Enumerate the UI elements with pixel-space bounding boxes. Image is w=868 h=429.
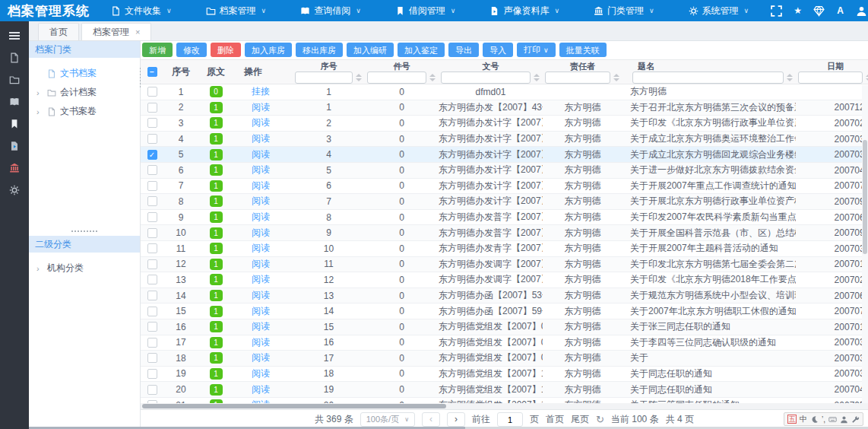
horizontal-scrollbar[interactable] xyxy=(141,403,868,409)
menu-item-category-manage[interactable]: 门类管理∨ xyxy=(581,5,676,17)
table-row[interactable]: 191阅读180东方明德党组发【2007】10号东方明德关于同志任职的通知200… xyxy=(141,367,868,383)
row-checkbox[interactable] xyxy=(147,322,157,332)
ime-logo-icon[interactable]: 五 xyxy=(787,415,797,424)
row-checkbox[interactable] xyxy=(147,291,157,300)
row-checkbox[interactable] xyxy=(147,87,157,97)
operation-link[interactable]: 阅读 xyxy=(252,259,270,269)
original-count-badge[interactable]: 1 xyxy=(210,243,223,254)
chevron-right-icon[interactable]: › xyxy=(36,88,43,97)
menu-item-file-collection[interactable]: 文件收集∨ xyxy=(99,5,194,17)
filter-input-docno[interactable] xyxy=(441,72,531,84)
table-row[interactable]: 91阅读80东方明德办发普字【2007】25号东方明德关于印发2007年农民科学… xyxy=(141,210,868,226)
menu-item-borrow-manage[interactable]: 借阅管理∨ xyxy=(383,5,478,17)
table-row[interactable]: 10挂接10dfmd01东方明德 xyxy=(141,84,868,100)
operation-link[interactable]: 阅读 xyxy=(252,164,270,175)
original-count-badge[interactable]: 1 xyxy=(210,211,223,223)
table-row[interactable]: 131阅读120东方明德办发调字【2007】5号东方明德关于印发《北京东方明德2… xyxy=(141,272,868,288)
font-size-icon[interactable]: A xyxy=(835,5,846,17)
row-checkbox[interactable] xyxy=(147,353,157,363)
original-count-badge[interactable]: 1 xyxy=(210,306,223,317)
filter-input-title[interactable] xyxy=(632,72,784,84)
row-checkbox[interactable] xyxy=(147,134,157,144)
row-checkbox[interactable] xyxy=(147,243,157,253)
table-row[interactable]: 151阅读140东方明德办函【2007】59号东方明德关于2007年北京东方明德… xyxy=(141,303,868,319)
page-size-select[interactable]: 100条/页 ∨ xyxy=(360,412,415,427)
sidebar-icon-archive-manage[interactable] xyxy=(9,75,20,85)
table-row[interactable]: 181阅读170东方明德党组发【2007】09号东方明德关于20070322 xyxy=(141,351,868,367)
operation-link[interactable]: 阅读 xyxy=(252,227,270,238)
sidebar-icon-menu-toggle[interactable] xyxy=(9,30,20,41)
gem-icon[interactable] xyxy=(813,5,825,17)
original-count-badge[interactable]: 1 xyxy=(210,117,223,129)
delete-button[interactable]: 删除 xyxy=(211,43,241,57)
operation-link[interactable]: 挂接 xyxy=(252,86,270,97)
user-icon[interactable] xyxy=(856,5,867,17)
add-storeroom-button[interactable]: 加入库房 xyxy=(245,43,292,57)
panel-splitter-handle[interactable] xyxy=(29,228,140,234)
sort-arrows-date[interactable] xyxy=(865,74,868,81)
row-checkbox[interactable] xyxy=(147,118,157,128)
row-checkbox[interactable] xyxy=(147,369,157,379)
add-research-button[interactable]: 加入编研 xyxy=(347,43,394,57)
operation-link[interactable]: 阅读 xyxy=(252,306,270,316)
table-row[interactable]: 101阅读90东方明德办发普字【2007】32号东方明德关于开展全国科普示范县（… xyxy=(141,225,868,241)
original-count-badge[interactable]: 1 xyxy=(210,149,223,160)
sort-arrows-title[interactable] xyxy=(786,74,794,81)
table-row[interactable]: 211阅读200东方明德党组发【2007】19号东方明德关于陈三等同志任职的通知… xyxy=(141,398,868,403)
sidebar-icon-file-collection[interactable] xyxy=(9,52,20,63)
menu-item-query-borrow[interactable]: 查询借阅∨ xyxy=(288,5,383,17)
row-checkbox[interactable] xyxy=(147,385,157,395)
operation-link[interactable]: 阅读 xyxy=(252,368,270,379)
table-row[interactable]: 171阅读160东方明德党组发【2007】08号东方明德关于李四等三位同志确认职… xyxy=(141,335,868,351)
table-row[interactable]: 61阅读50东方明德办发计字【2007】15号东方明德关于进一步做好北京东方明德… xyxy=(141,163,868,179)
tree-primary-item-2[interactable]: ›文书案卷 xyxy=(29,102,140,121)
import-button[interactable]: 导入 xyxy=(483,43,513,57)
sidebar-icon-av-library[interactable] xyxy=(9,141,20,151)
edit-button[interactable]: 修改 xyxy=(176,43,207,57)
sort-arrows-item[interactable] xyxy=(429,74,436,81)
operation-link[interactable]: 阅读 xyxy=(252,180,270,191)
keyboard-icon[interactable] xyxy=(828,415,837,424)
original-count-badge[interactable]: 1 xyxy=(210,290,223,301)
table-row[interactable]: 201阅读190东方明德党组发【2007】16号东方明德关于同志任职的通知200… xyxy=(141,382,868,398)
original-count-badge[interactable]: 1 xyxy=(210,274,223,285)
sort-arrows-seq[interactable] xyxy=(355,74,363,81)
original-count-badge[interactable]: 1 xyxy=(210,384,223,396)
original-count-badge[interactable]: 1 xyxy=(210,227,223,239)
original-count-badge[interactable]: 1 xyxy=(210,352,223,364)
row-checkbox[interactable]: ✓ xyxy=(147,150,157,160)
select-all-checkbox[interactable]: − xyxy=(147,67,157,77)
original-count-badge[interactable]: 1 xyxy=(210,102,223,113)
menu-item-av-library[interactable]: 声像资料库∨ xyxy=(477,5,581,17)
table-row[interactable]: 31阅读20东方明德办发计字【2007】4号东方明德关于印发《北京东方明德行政事… xyxy=(141,116,868,132)
original-count-badge[interactable]: 1 xyxy=(210,164,223,176)
chevron-right-icon[interactable]: › xyxy=(36,107,43,116)
row-checkbox[interactable] xyxy=(147,338,157,348)
original-count-badge[interactable]: 1 xyxy=(210,180,223,192)
vertical-scrollbar[interactable] xyxy=(862,85,868,403)
row-checkbox[interactable] xyxy=(147,275,157,284)
tree-primary-item-0[interactable]: 文书档案 xyxy=(29,64,140,83)
table-row[interactable]: 21阅读10东方明德办发【2007】43号东方明德关于召开北京东方明德第三次会议… xyxy=(141,100,868,116)
prev-page-button[interactable]: ‹ xyxy=(422,412,440,427)
original-count-badge[interactable]: 1 xyxy=(210,195,223,207)
moon-icon[interactable] xyxy=(810,415,819,424)
table-row[interactable]: 41阅读30东方明德办发计字【2007】10号东方明德关于成立北京东方明德奥运环… xyxy=(141,132,868,148)
sort-arrows-resp[interactable] xyxy=(613,74,620,81)
export-button[interactable]: 导出 xyxy=(448,43,479,57)
menu-item-system-manage[interactable]: 系统管理∨ xyxy=(676,5,771,17)
filter-input-resp[interactable] xyxy=(545,72,610,84)
table-row[interactable]: 111阅读100东方明德办发青字【2007】8号东方明德关于开展2007年主题科… xyxy=(141,241,868,257)
operation-link[interactable]: 阅读 xyxy=(252,352,270,363)
ime-punctuation-icon[interactable]: ’, xyxy=(822,415,825,424)
operation-link[interactable]: 阅读 xyxy=(252,195,270,206)
table-row[interactable]: ✓51阅读40东方明德办发计字【2007】11号东方明德关于成立北京东方明德回龙… xyxy=(141,147,868,163)
original-count-badge[interactable]: 1 xyxy=(210,368,223,380)
filter-input-item[interactable] xyxy=(367,72,426,84)
tab-archive-manage[interactable]: 档案管理× xyxy=(81,23,151,40)
refresh-icon[interactable]: ↻ xyxy=(596,414,604,425)
tree-secondary-item-0[interactable]: ›机构分类 xyxy=(29,259,140,278)
row-checkbox[interactable] xyxy=(147,212,157,222)
table-row[interactable]: 141阅读130东方明德办函【2007】53号东方明德关于规范东方明德系统中小型… xyxy=(141,288,868,304)
operation-link[interactable]: 阅读 xyxy=(252,274,270,284)
